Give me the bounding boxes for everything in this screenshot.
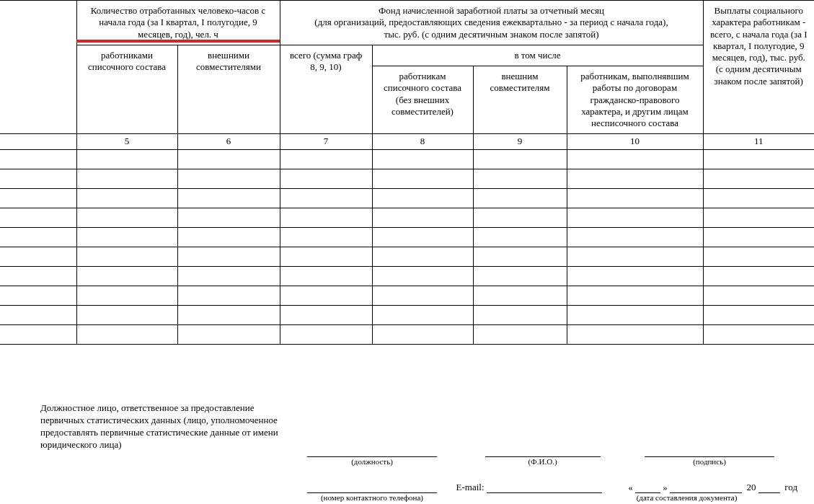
position-caption: (должность) bbox=[307, 457, 437, 466]
table-row bbox=[0, 286, 814, 305]
email-label: E-mail: bbox=[456, 482, 485, 492]
table-row bbox=[0, 324, 814, 344]
report-table: Количество отработанных человеко-часов с… bbox=[0, 0, 814, 345]
header-group-fund: Фонд начисленной заработной платы за отч… bbox=[280, 1, 703, 45]
colnum-10: 10 bbox=[567, 134, 703, 149]
signature-caption: (подпись) bbox=[645, 457, 774, 466]
header-fund-including: в том числе bbox=[372, 45, 703, 66]
table-row bbox=[0, 266, 814, 286]
date-year-prefix: 20 bbox=[747, 482, 756, 492]
colnum-5: 5 bbox=[76, 134, 177, 149]
date-quote-open: « bbox=[628, 482, 633, 492]
table-row bbox=[0, 169, 814, 188]
header-group-hours: Количество отработанных человеко-часов с… bbox=[76, 1, 280, 45]
phone-caption: (номер контактного телефона) bbox=[307, 493, 437, 502]
date-year-input[interactable] bbox=[758, 482, 780, 493]
responsible-person-text: Должностное лицо, ответственное за предо… bbox=[40, 402, 286, 451]
header-fund-total: всего (сумма граф 8, 9, 10) bbox=[280, 45, 372, 134]
signature-input[interactable] bbox=[645, 446, 774, 457]
header-hours-list: работниками списочного состава bbox=[76, 45, 177, 134]
table-row bbox=[0, 305, 814, 324]
colnum-9: 9 bbox=[473, 134, 567, 149]
colnum-6: 6 bbox=[177, 134, 280, 149]
fio-caption: (Ф.И.О.) bbox=[485, 457, 601, 466]
header-group-social: Выплаты социального характера работникам… bbox=[703, 1, 814, 134]
header-fund-external: внешним совместителям bbox=[473, 66, 567, 134]
table-row bbox=[0, 208, 814, 227]
date-year-suffix: год bbox=[784, 482, 797, 492]
table-row bbox=[0, 247, 814, 266]
date-day-input[interactable] bbox=[635, 482, 660, 493]
doc-date-caption: (дата составления документа) bbox=[604, 493, 770, 502]
highlight-band-icon bbox=[76, 40, 280, 43]
table-row bbox=[0, 227, 814, 247]
date-quote-close: » bbox=[663, 482, 668, 492]
signature-block: Должностное лицо, ответственное за предо… bbox=[40, 402, 797, 451]
header-fund-list: работникам списочного состава (без внешн… bbox=[372, 66, 473, 134]
header-cell-left-clip bbox=[0, 1, 76, 134]
date-month-input[interactable] bbox=[670, 482, 742, 493]
email-input[interactable] bbox=[487, 482, 602, 493]
phone-input[interactable] bbox=[307, 482, 437, 493]
table-row bbox=[0, 149, 814, 169]
fio-input[interactable] bbox=[485, 446, 601, 457]
colnum-11: 11 bbox=[703, 134, 814, 149]
header-hours-external: внешними совместителями bbox=[177, 45, 280, 134]
colnum-8: 8 bbox=[372, 134, 473, 149]
colnum-blank bbox=[0, 134, 76, 149]
colnum-7: 7 bbox=[280, 134, 372, 149]
position-input[interactable] bbox=[307, 446, 437, 457]
header-fund-contract: работникам, выполнявшим работы по догово… bbox=[567, 66, 703, 134]
table-row bbox=[0, 188, 814, 208]
